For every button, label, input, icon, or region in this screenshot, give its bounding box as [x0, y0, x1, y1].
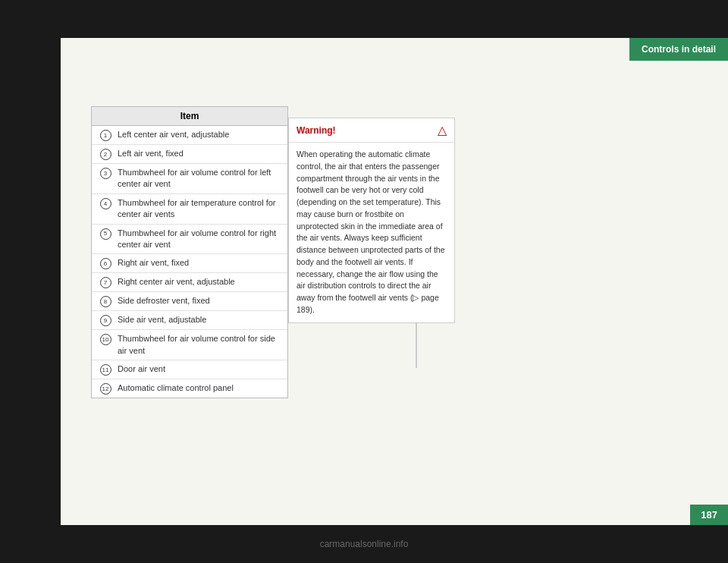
row-text: Thumbwheel for air volume control for si…	[118, 333, 281, 357]
table-row: 7Right center air vent, adjustable	[92, 273, 287, 292]
warning-header: Warning! △	[289, 118, 454, 143]
row-text: Thumbwheel for air volume control for le…	[118, 167, 281, 190]
table-row: 12Automatic climate control panel	[92, 379, 287, 398]
row-number: 12	[100, 383, 111, 395]
row-number: 11	[100, 364, 111, 376]
row-text: Right air vent, fixed	[118, 257, 281, 269]
warning-title: Warning!	[297, 125, 336, 136]
row-number: 1	[100, 130, 111, 141]
row-number: 7	[100, 277, 111, 288]
table-row: 3Thumbwheel for air volume control for l…	[92, 164, 287, 194]
row-text: Right center air vent, adjustable	[118, 276, 281, 288]
row-number: 5	[100, 228, 111, 240]
row-text: Side air vent, adjustable	[118, 314, 281, 326]
row-text: Side defroster vent, fixed	[118, 295, 281, 307]
header-tab: Controls in detail	[629, 38, 728, 61]
row-text: Thumbwheel for air volume control for ri…	[118, 228, 281, 251]
item-table: Item 1Left center air vent, adjustable2L…	[91, 106, 288, 398]
table-row: 2Left air vent, fixed	[92, 145, 287, 164]
warning-box: Warning! △ When operating the automatic …	[288, 118, 455, 323]
row-text: Automatic climate control panel	[118, 382, 281, 394]
table-row: 8Side defroster vent, fixed	[92, 292, 287, 311]
page-number: 187	[690, 505, 728, 525]
table-row: 4Thumbwheel for air temperature control …	[92, 194, 287, 225]
row-text: Left center air vent, adjustable	[118, 129, 281, 140]
warning-triangle-icon: △	[438, 123, 447, 137]
row-number: 9	[100, 315, 111, 326]
row-text: Door air vent	[118, 363, 281, 375]
row-number: 3	[100, 168, 111, 179]
table-row: 11Door air vent	[92, 360, 287, 379]
row-number: 2	[100, 149, 111, 160]
row-number: 4	[100, 198, 111, 209]
site-watermark: carmanualsonline.info	[320, 539, 409, 549]
item-table-header: Item	[92, 107, 287, 126]
table-row: 10Thumbwheel for air volume control for …	[92, 330, 287, 360]
table-row: 9Side air vent, adjustable	[92, 311, 287, 330]
row-text: Thumbwheel for air temperature control f…	[118, 197, 281, 221]
row-number: 10	[100, 334, 111, 345]
row-text: Left air vent, fixed	[118, 148, 281, 159]
table-row: 1Left center air vent, adjustable	[92, 126, 287, 145]
warning-body: When operating the automatic climate con…	[289, 143, 454, 322]
row-number: 6	[100, 258, 111, 269]
row-number: 8	[100, 296, 111, 307]
table-row: 6Right air vent, fixed	[92, 254, 287, 273]
table-row: 5Thumbwheel for air volume control for r…	[92, 225, 287, 255]
